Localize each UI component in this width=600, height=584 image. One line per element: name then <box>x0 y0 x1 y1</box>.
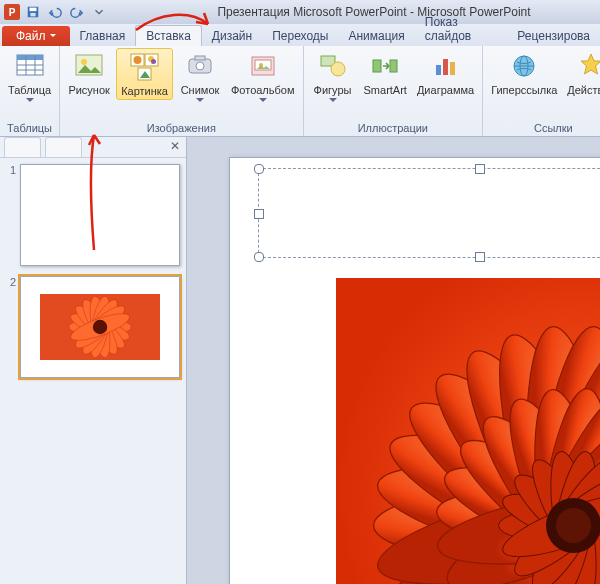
screenshot-button[interactable]: Снимок <box>175 48 225 105</box>
svg-rect-19 <box>195 56 205 60</box>
slides-tab[interactable] <box>4 137 41 157</box>
redo-icon[interactable] <box>68 3 86 21</box>
hyperlink-button[interactable]: Гиперссылка <box>487 48 561 98</box>
group-links-label: Ссылки <box>487 120 600 136</box>
chevron-down-icon <box>259 98 267 103</box>
hyperlink-icon <box>508 50 540 82</box>
qat-dropdown-icon[interactable] <box>90 3 108 21</box>
resize-handle[interactable] <box>254 164 264 174</box>
slide-thumb[interactable]: 2 <box>6 276 180 378</box>
group-tables: Таблица Таблицы <box>0 46 60 136</box>
slide-2-preview <box>20 276 180 378</box>
chevron-down-icon <box>329 98 337 103</box>
slide-1-preview <box>20 164 180 266</box>
group-images-label: Изображения <box>64 120 298 136</box>
clipart-icon <box>129 51 161 83</box>
svg-rect-2 <box>30 13 35 17</box>
file-tab-label: Файл <box>16 29 46 43</box>
table-label: Таблица <box>8 84 51 96</box>
resize-handle[interactable] <box>254 252 264 262</box>
shapes-button[interactable]: Фигуры <box>308 48 358 105</box>
tab-design[interactable]: Дизайн <box>202 26 262 46</box>
shapes-icon <box>317 50 349 82</box>
svg-point-24 <box>331 62 345 76</box>
svg-point-10 <box>81 59 87 65</box>
photo-album-icon <box>247 50 279 82</box>
slide-thumb[interactable]: 1 <box>6 164 180 266</box>
clipart-label: Картинка <box>121 85 168 97</box>
svg-rect-28 <box>443 59 448 75</box>
slide-number: 1 <box>6 164 16 266</box>
photo-album-button[interactable]: Фотоальбом <box>227 48 299 105</box>
resize-handle[interactable] <box>475 252 485 262</box>
app-icon: P <box>4 4 20 20</box>
svg-rect-27 <box>436 65 441 75</box>
tab-slideshow[interactable]: Показ слайдов <box>415 12 508 46</box>
screenshot-label: Снимок <box>181 84 220 96</box>
screenshot-icon <box>184 50 216 82</box>
chevron-down-icon <box>26 98 34 103</box>
chart-icon <box>430 50 462 82</box>
file-tab[interactable]: Файл <box>2 26 70 46</box>
svg-rect-4 <box>17 55 43 60</box>
slide-number: 2 <box>6 276 16 378</box>
smartart-icon <box>369 50 401 82</box>
tab-insert[interactable]: Вставка <box>135 25 202 46</box>
thumbnails: 1 2 <box>0 158 186 384</box>
action-label: Действие <box>567 84 600 96</box>
slide-image[interactable] <box>336 278 600 584</box>
chart-label: Диаграмма <box>417 84 474 96</box>
group-illustrations-label: Иллюстрации <box>308 120 479 136</box>
save-icon[interactable] <box>24 3 42 21</box>
tab-review[interactable]: Рецензирова <box>507 26 600 46</box>
group-images: Рисунок Картинка <box>60 46 303 136</box>
tab-animations[interactable]: Анимация <box>338 26 414 46</box>
table-button[interactable]: Таблица <box>4 48 55 105</box>
panel-tabs: ✕ <box>0 137 186 158</box>
outline-tab[interactable] <box>45 137 82 157</box>
resize-handle[interactable] <box>475 164 485 174</box>
group-links: Гиперссылка Действие Ссылки <box>483 46 600 136</box>
table-icon <box>14 50 46 82</box>
svg-point-18 <box>196 62 204 70</box>
chart-button[interactable]: Диаграмма <box>413 48 478 98</box>
close-panel-icon[interactable]: ✕ <box>170 139 180 153</box>
action-button[interactable]: Действие <box>563 48 600 98</box>
hyperlink-label: Гиперссылка <box>491 84 557 96</box>
picture-label: Рисунок <box>68 84 110 96</box>
window-title: Презентация Microsoft PowerPoint - Micro… <box>112 5 596 19</box>
resize-handle[interactable] <box>254 209 264 219</box>
undo-icon[interactable] <box>46 3 64 21</box>
title-placeholder[interactable] <box>258 168 600 258</box>
ribbon: Таблица Таблицы Рисунок <box>0 46 600 137</box>
ribbon-tabs: Файл Главная Вставка Дизайн Переходы Ани… <box>0 24 600 46</box>
svg-rect-1 <box>30 8 37 12</box>
slide-canvas-area[interactable] <box>187 137 600 584</box>
action-icon <box>575 50 600 82</box>
title-bar: P Презентация Microsoft PowerPoint - Mic… <box>0 0 600 24</box>
photo-album-label: Фотоальбом <box>231 84 295 96</box>
smartart-label: SmartArt <box>364 84 407 96</box>
svg-point-15 <box>151 59 156 64</box>
svg-point-85 <box>556 508 591 543</box>
svg-rect-25 <box>373 60 381 72</box>
chevron-down-icon <box>196 98 204 103</box>
clipart-button[interactable]: Картинка <box>116 48 173 100</box>
tab-transitions[interactable]: Переходы <box>262 26 338 46</box>
group-illustrations: Фигуры SmartArt Диаграмма Иллюстрации <box>304 46 484 136</box>
picture-button[interactable]: Рисунок <box>64 48 114 98</box>
svg-point-46 <box>93 320 107 334</box>
svg-rect-26 <box>390 60 397 72</box>
shapes-label: Фигуры <box>314 84 352 96</box>
svg-point-12 <box>133 56 141 64</box>
svg-rect-29 <box>450 62 455 75</box>
picture-icon <box>73 50 105 82</box>
tab-home[interactable]: Главная <box>70 26 136 46</box>
group-tables-label: Таблицы <box>4 120 55 136</box>
slide-canvas[interactable] <box>229 157 600 584</box>
smartart-button[interactable]: SmartArt <box>360 48 411 98</box>
slides-panel: ✕ 1 2 <box>0 137 187 584</box>
workspace: ✕ 1 2 <box>0 137 600 584</box>
